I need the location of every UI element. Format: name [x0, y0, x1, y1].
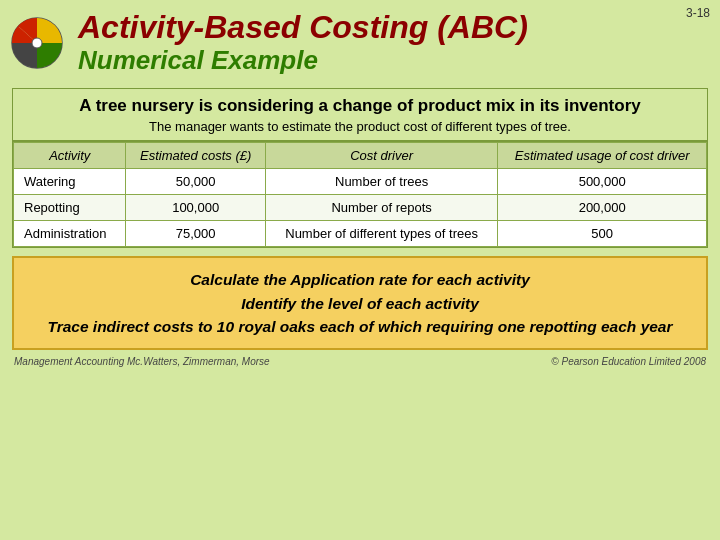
svg-point-1 — [32, 38, 42, 48]
table-header-row: Activity Estimated costs (£) Cost driver… — [14, 143, 707, 169]
cell-usage-1: 200,000 — [498, 195, 707, 221]
col-header-activity: Activity — [14, 143, 126, 169]
intro-box: A tree nursery is considering a change o… — [12, 88, 708, 141]
footer-left: Management Accounting Mc.Watters, Zimmer… — [14, 356, 270, 367]
intro-sub-text: The manager wants to estimate the produc… — [29, 119, 691, 134]
cell-cost-0: 50,000 — [126, 169, 265, 195]
activity-table: Activity Estimated costs (£) Cost driver… — [13, 142, 707, 247]
activity-table-wrapper: Activity Estimated costs (£) Cost driver… — [12, 141, 708, 248]
cell-activity-1: Repotting — [14, 195, 126, 221]
slide: 3-18 Activity-Based Costing (ABC) Numeri… — [0, 0, 720, 540]
slide-number: 3-18 — [686, 6, 710, 20]
bottom-callout-box: Calculate the Application rate for each … — [12, 256, 708, 350]
intro-main-text: A tree nursery is considering a change o… — [29, 95, 691, 117]
col-header-usage: Estimated usage of cost driver — [498, 143, 707, 169]
cell-cost-1: 100,000 — [126, 195, 265, 221]
footer-right: © Pearson Education Limited 2008 — [551, 356, 706, 367]
main-title: Activity-Based Costing (ABC) — [78, 10, 528, 45]
footer: Management Accounting Mc.Watters, Zimmer… — [0, 354, 720, 369]
cell-usage-2: 500 — [498, 221, 707, 247]
table-row: Watering 50,000 Number of trees 500,000 — [14, 169, 707, 195]
cell-cost-2: 75,000 — [126, 221, 265, 247]
col-header-costs: Estimated costs (£) — [126, 143, 265, 169]
sub-title: Numerical Example — [78, 45, 318, 76]
cell-driver-0: Number of trees — [265, 169, 497, 195]
cell-activity-0: Watering — [14, 169, 126, 195]
cell-driver-2: Number of different types of trees — [265, 221, 497, 247]
cell-driver-1: Number of repots — [265, 195, 497, 221]
header: Activity-Based Costing (ABC) Numerical E… — [0, 0, 720, 80]
table-row: Administration 75,000 Number of differen… — [14, 221, 707, 247]
table-row: Repotting 100,000 Number of repots 200,0… — [14, 195, 707, 221]
bottom-line-1: Calculate the Application rate for each … — [32, 268, 688, 291]
bottom-line-2: Identify the level of each activity — [32, 292, 688, 315]
title-block: Activity-Based Costing (ABC) Numerical E… — [78, 10, 528, 76]
col-header-driver: Cost driver — [265, 143, 497, 169]
content-area: A tree nursery is considering a change o… — [12, 88, 708, 248]
bottom-line-3: Trace indirect costs to 10 royal oaks ea… — [32, 315, 688, 338]
logo-icon — [10, 16, 64, 70]
cell-activity-2: Administration — [14, 221, 126, 247]
cell-usage-0: 500,000 — [498, 169, 707, 195]
